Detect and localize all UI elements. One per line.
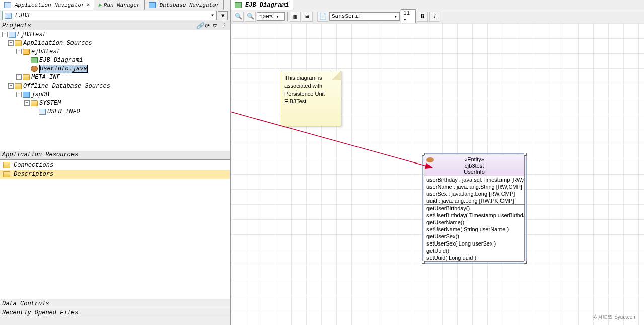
editor-area: EJB Diagram1 🔍 🔍 100% ▾ ▦ ⊞ 📄 SansSerif▾… [231, 0, 644, 325]
zoom-in-button[interactable]: 🔍 [245, 12, 256, 22]
tree-label: EJB Diagram1 [39, 57, 83, 64]
grid-button[interactable]: ▦ [290, 12, 301, 22]
entity-method[interactable]: getUserSex() [424, 233, 524, 240]
res-label: Descriptors [14, 171, 53, 178]
app-resources-header[interactable]: Application Resources [0, 151, 230, 160]
tab-label: Application Navigator [15, 2, 85, 8]
tab-app-navigator[interactable]: Application Navigator × [0, 0, 94, 10]
project-icon [5, 13, 12, 19]
editor-tab-diagram[interactable]: EJB Diagram1 [231, 0, 293, 10]
tree-package[interactable]: − ejb3test [0, 47, 230, 56]
entity-method[interactable]: setUserName( String userName ) [424, 226, 524, 233]
project-icon [9, 32, 16, 38]
note-text: This diagram is associated with Persiste… [284, 75, 325, 104]
section-title: Projects [2, 22, 31, 29]
tab-run-manager[interactable]: ▶ Run Manager [94, 0, 145, 10]
db-icon [23, 92, 30, 98]
font-size-select[interactable]: 11 ▾ [401, 9, 416, 24]
entity-method[interactable]: setUserSex( Long userSex ) [424, 240, 524, 247]
entity-userinfo[interactable]: «Entity» ejb3test UserInfo userBirthday … [424, 155, 525, 262]
filter-icon[interactable]: ▽ [212, 22, 220, 29]
tree-userinfo-java[interactable]: UserInfo.java [0, 64, 230, 73]
section-title: Data Controls [2, 300, 49, 307]
entity-method[interactable]: setUserBirthday( Timestamp userBirthday … [424, 212, 524, 219]
project-selector-bar: EJB3 ▾ ▾ [0, 10, 230, 21]
data-controls-header[interactable]: Data Controls [0, 299, 230, 308]
folder-icon [15, 40, 22, 46]
tree-offline-db[interactable]: − Offline Database Sources [0, 82, 230, 90]
bean-icon [426, 157, 434, 162]
collapse-icon[interactable]: − [24, 100, 30, 106]
resize-handle[interactable] [524, 261, 527, 264]
tree-metainf[interactable]: + META-INF [0, 73, 230, 82]
tree-userinfo-table[interactable]: USER_INFO [0, 107, 230, 116]
tab-db-navigator[interactable]: Database Navigator [145, 0, 224, 10]
entity-attributes: userBirthday : java.sql.Timestamp [RW,CM… [424, 176, 524, 205]
bold-button[interactable]: B [417, 12, 428, 22]
project-menu-button[interactable]: ▾ [218, 11, 228, 20]
project-tree: − EjB3Test − Application Sources − ejb3t… [0, 30, 230, 151]
collapse-icon[interactable]: − [8, 40, 14, 46]
link-icon[interactable]: 🔗 [196, 22, 203, 29]
menu-icon[interactable]: ⋮ [221, 22, 228, 29]
entity-method[interactable]: getUserBirthday() [424, 205, 524, 212]
res-label: Connections [14, 161, 53, 169]
sticky-note[interactable]: This diagram is associated with Persiste… [281, 71, 341, 126]
project-dropdown[interactable]: EJB3 ▾ [2, 11, 217, 20]
zoom-select[interactable]: 100% ▾ [257, 12, 285, 21]
entity-attr[interactable]: uuid : java.lang.Long [RW,PK,CMP] [424, 197, 524, 204]
left-sidebar: Application Navigator × ▶ Run Manager Da… [0, 0, 231, 325]
collapse-icon[interactable]: − [2, 32, 8, 37]
tree-app-sources[interactable]: − Application Sources [0, 39, 230, 47]
tree-system[interactable]: − SYSTEM [0, 99, 230, 107]
navigator-tabs: Application Navigator × ▶ Run Manager Da… [0, 0, 230, 10]
new-page-button[interactable]: 📄 [317, 12, 328, 22]
italic-button[interactable]: I [429, 12, 440, 22]
tree-label: ejb3test [31, 48, 60, 55]
diagram-icon [31, 57, 38, 63]
collapse-icon[interactable]: − [16, 92, 22, 97]
chevron-down-icon: ▾ [210, 12, 214, 19]
entity-attr[interactable]: userBirthday : java.sql.Timestamp [RW,CM… [424, 176, 524, 183]
folder-icon [15, 83, 22, 89]
collapse-icon[interactable]: − [8, 83, 14, 89]
section-title: Recently Opened Files [2, 309, 78, 316]
project-name: EJB3 [15, 12, 30, 19]
entity-attr[interactable]: userSex : java.lang.Long [RW,CMP] [424, 190, 524, 197]
resize-handle[interactable] [422, 261, 425, 264]
tree-label: USER_INFO [47, 108, 80, 115]
folder-icon [3, 171, 10, 177]
entity-method[interactable]: getUuid() [424, 247, 524, 254]
diagram-canvas[interactable]: This diagram is associated with Persiste… [231, 23, 644, 325]
font-select[interactable]: SansSerif▾ [329, 12, 400, 21]
expand-icon[interactable]: + [16, 74, 22, 80]
entity-method[interactable]: setUuid( Long uuid ) [424, 254, 524, 261]
tab-label: Run Manager [104, 2, 140, 8]
refresh-icon[interactable]: ⟳ [204, 22, 211, 29]
folder-icon [31, 100, 38, 106]
collapse-icon[interactable]: − [16, 49, 22, 54]
table-icon [39, 109, 46, 115]
entity-attr[interactable]: userName : java.lang.String [RW,CMP] [424, 183, 524, 190]
snap-button[interactable]: ⊞ [302, 12, 313, 22]
res-connections[interactable]: Connections [0, 160, 230, 170]
section-title: Application Resources [2, 151, 78, 158]
tree-jspdb[interactable]: − jspDB [0, 90, 230, 99]
close-icon[interactable]: × [87, 2, 90, 8]
zoom-out-button[interactable]: 🔍 [233, 12, 244, 22]
folder-icon [3, 162, 10, 168]
tree-label: META-INF [31, 74, 60, 81]
watermark: 岁月联盟 Syue.com [590, 291, 640, 321]
entity-method[interactable]: getUserName() [424, 219, 524, 226]
entity-name: UserInfo [425, 169, 523, 175]
projects-header[interactable]: Projects 🔗 ⟳ ▽ ⋮ [0, 21, 230, 30]
tree-project-root[interactable]: − EjB3Test [0, 30, 230, 39]
recent-files-header[interactable]: Recently Opened Files [0, 308, 230, 317]
run-icon: ▶ [98, 2, 102, 8]
res-descriptors[interactable]: Descriptors [0, 170, 230, 179]
tree-diagram[interactable]: EJB Diagram1 [0, 56, 230, 64]
app-resources-list: Connections Descriptors [0, 160, 230, 179]
editor-tabs: EJB Diagram1 [231, 0, 644, 10]
editor-toolbar: 🔍 🔍 100% ▾ ▦ ⊞ 📄 SansSerif▾ 11 ▾ B I [231, 10, 644, 23]
db-icon [149, 2, 156, 8]
